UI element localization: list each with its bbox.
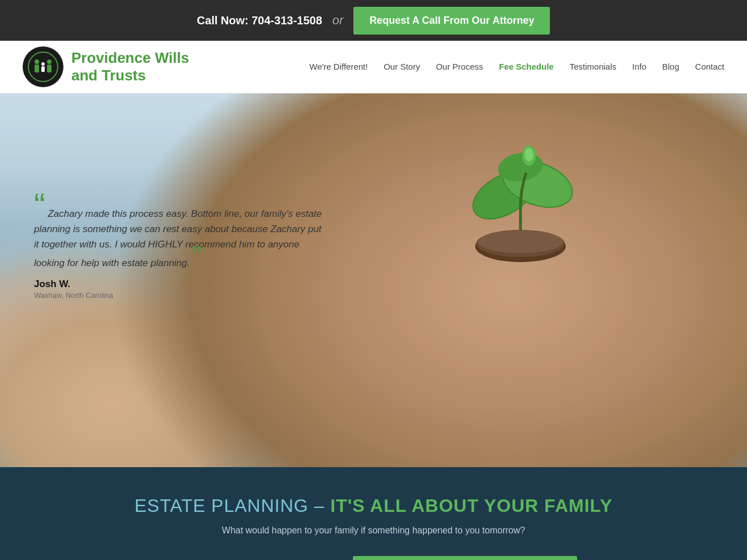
nav-item-blog[interactable]: Blog xyxy=(662,62,679,72)
nav-item-process[interactable]: Our Process xyxy=(436,62,483,72)
cta-section-button[interactable]: Request A Call From Our Attorney xyxy=(353,556,577,560)
testimonial-location: Waxhaw, North Carolina xyxy=(34,291,328,300)
testimonial-block: “ Zachary made this process easy. Bottom… xyxy=(34,195,328,300)
svg-point-13 xyxy=(524,148,533,161)
logo[interactable]: Providence Wills and Trusts xyxy=(23,46,189,87)
testimonial-author: Josh W. xyxy=(34,279,328,290)
nav-item-info[interactable]: Info xyxy=(632,62,646,72)
nav-item-contact[interactable]: Contact xyxy=(695,62,724,72)
top-bar: Call Now: 704-313-1508 or Request A Call… xyxy=(0,0,747,41)
top-cta-button[interactable]: Request A Call From Our Attorney xyxy=(353,7,550,35)
svg-rect-4 xyxy=(47,65,52,72)
cta-headline: ESTATE PLANNING – IT'S ALL ABOUT YOUR FA… xyxy=(23,495,724,516)
svg-point-3 xyxy=(47,59,52,64)
svg-point-5 xyxy=(41,62,45,66)
nav-item-different[interactable]: We're Different! xyxy=(309,62,368,72)
svg-rect-2 xyxy=(35,65,39,72)
cta-headline-part1: ESTATE PLANNING – xyxy=(134,495,330,516)
svg-point-16 xyxy=(478,230,563,253)
nav-links: We're Different! Our Story Our Process F… xyxy=(309,62,724,72)
nav-item-testimonials[interactable]: Testimonials xyxy=(570,62,617,72)
nav-bar: Providence Wills and Trusts We're Differ… xyxy=(0,41,747,93)
nav-item-fee[interactable]: Fee Schedule xyxy=(499,62,554,72)
plant-illustration xyxy=(464,139,577,263)
svg-rect-6 xyxy=(41,66,45,72)
testimonial-text: Zachary made this process easy. Bottom l… xyxy=(34,208,322,268)
quote-close-icon: ” xyxy=(192,253,202,261)
top-or: or xyxy=(332,13,344,28)
logo-text: Providence Wills and Trusts xyxy=(71,49,189,84)
hero-section: “ Zachary made this process easy. Bottom… xyxy=(0,93,747,467)
cta-section: ESTATE PLANNING – IT'S ALL ABOUT YOUR FA… xyxy=(0,467,747,560)
top-phone: Call Now: 704-313-1508 xyxy=(197,14,322,27)
quote-open-icon: “ xyxy=(34,195,45,216)
logo-circle xyxy=(23,46,63,87)
cta-subtext: What would happen to your family if some… xyxy=(23,525,724,536)
nav-item-story[interactable]: Our Story xyxy=(383,62,420,72)
cta-row: Call Now: 704-313-1508 or Request A Call… xyxy=(23,556,724,560)
svg-point-1 xyxy=(35,59,39,64)
cta-headline-part2: IT'S ALL ABOUT YOUR FAMILY xyxy=(330,495,612,516)
logo-icon xyxy=(28,52,58,82)
